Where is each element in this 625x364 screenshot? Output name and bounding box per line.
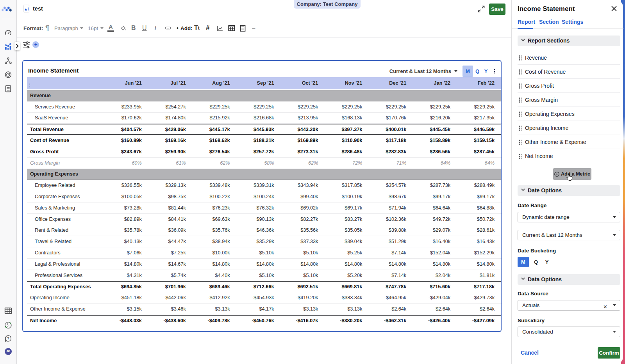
- svg-text:?: ?: [7, 336, 9, 340]
